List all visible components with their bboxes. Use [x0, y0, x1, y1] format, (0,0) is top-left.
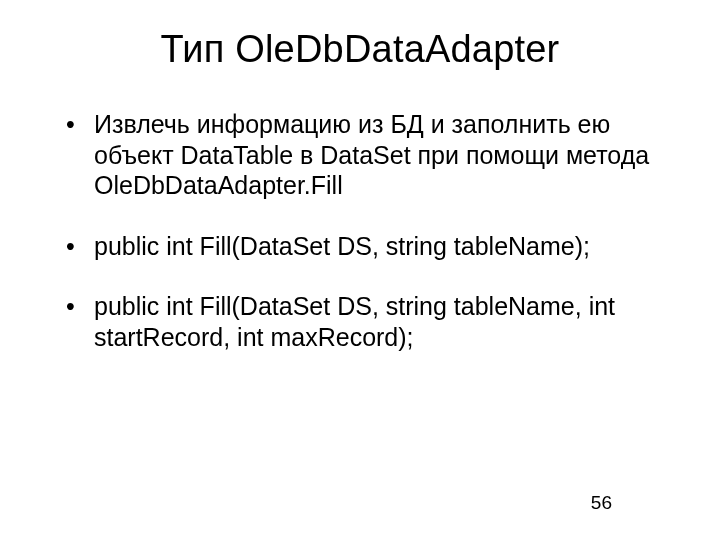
- page-number: 56: [591, 492, 612, 514]
- slide: Тип OleDbDataAdapter Извлечь информацию …: [0, 0, 720, 540]
- bullet-list: Извлечь информацию из БД и заполнить ею …: [48, 109, 672, 352]
- bullet-item: public int Fill(DataSet DS, string table…: [66, 231, 672, 262]
- bullet-item: public int Fill(DataSet DS, string table…: [66, 291, 672, 352]
- slide-title: Тип OleDbDataAdapter: [48, 28, 672, 71]
- bullet-item: Извлечь информацию из БД и заполнить ею …: [66, 109, 672, 201]
